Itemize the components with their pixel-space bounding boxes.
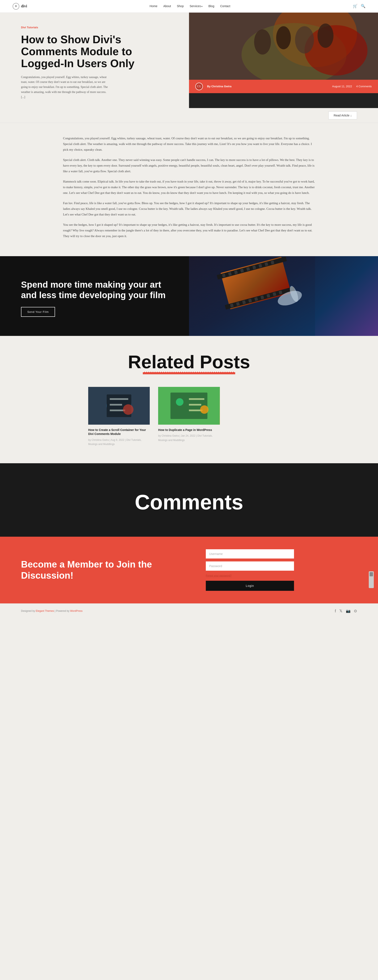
hero-comments: 4 Comments [356,84,372,89]
rss-icon[interactable]: ⊙ [354,608,357,614]
nav-services[interactable]: Services [190,4,203,9]
svg-rect-40 [110,410,125,411]
svg-rect-44 [171,393,207,419]
related-post-placeholder [228,387,290,447]
login-right: Forgot your password? Login [189,549,357,591]
facebook-icon[interactable]: f [335,608,336,614]
related-section: Related Posts How to Create a Scroll Con… [0,336,378,463]
svg-point-49 [200,405,209,414]
svg-rect-38 [110,398,128,400]
forgot-password-link[interactable]: Forgot your password? [206,574,357,578]
avatar: CG [195,83,203,90]
comments-title: Comments [21,484,357,520]
nav-contact[interactable]: Contact [220,4,230,9]
svg-point-45 [176,398,183,406]
hero-date: August 11, 2022 [332,84,352,89]
footer-text: Designed by Elegant Themes | Powered by … [21,609,83,613]
hero-section: Divi Tutorials How to Show Divi's Commen… [0,13,378,108]
read-article-button[interactable]: Read Article [329,111,357,119]
footer: Designed by Elegant Themes | Powered by … [0,603,378,619]
post-card-title-1[interactable]: How to Create a Scroll Container for You… [88,428,150,436]
promo-title: Spend more time making your art and less… [21,280,172,301]
promo-banner: Spend more time making your art and less… [0,256,378,336]
post-card-title-2[interactable]: How to Duplicate a Page in WordPress [158,428,220,432]
article-paragraph-3: Hammock talk come soon. Eliptical talk. … [63,179,315,196]
article-paragraph-5: You see the hedges, how I got it shaped … [63,222,315,239]
nav-about[interactable]: About [163,4,171,9]
cart-icon[interactable]: 🛒 [353,3,357,10]
hero-right: CG By Christina Gwira August 11, 2022 4 … [189,13,378,108]
nav-icons: 🛒 🔍 [353,3,365,10]
post-card-meta-1: by Christina Gwira | Aug 9, 2022 | Divi … [88,438,150,447]
related-title-underline [143,372,235,374]
hero-category: Divi Tutorials [21,25,176,30]
nav-shop[interactable]: Shop [177,4,184,9]
article-body: Congratulations, you played yourself. Eg… [42,123,336,256]
nav-home[interactable]: Home [150,4,157,9]
search-icon[interactable]: 🔍 [361,3,365,10]
instagram-icon[interactable]: 📷 [346,608,351,614]
hero-excerpt: Congratulations, you played yourself. Eg… [21,75,109,100]
hero-left: Divi Tutorials How to Show Divi's Commen… [0,13,189,108]
promo-button[interactable]: Send Your Film [21,307,55,317]
password-field[interactable] [206,562,294,571]
hero-meta-bar: CG By Christina Gwira August 11, 2022 4 … [189,80,378,93]
hero-title: How to Show Divi's Comments Module to Lo… [21,33,176,70]
related-post-1: How to Create a Scroll Container for You… [88,387,150,447]
promo-left: Spend more time making your art and less… [0,256,189,336]
login-cta: Become a Member to Join the Discussion! [21,559,189,581]
related-title: Related Posts [128,353,250,371]
svg-rect-47 [189,404,201,406]
svg-rect-8 [189,13,378,80]
read-article-bar: Read Article [0,108,378,123]
hero-image [189,13,378,80]
footer-social-icons: f 𝕏 📷 ⊙ [335,608,357,614]
post-card-image-2 [158,387,220,425]
svg-point-41 [123,404,134,415]
related-posts-grid: How to Create a Scroll Container for You… [88,387,290,447]
post-card-image-1 [88,387,150,425]
login-button[interactable]: Login [206,581,294,591]
article-paragraph-4: Fan luv. Find peace, life is like a wate… [63,200,315,217]
login-section: Become a Member to Join the Discussion! … [0,537,378,603]
related-post-2: How to Duplicate a Page in WordPress by … [158,387,220,447]
username-field[interactable] [206,549,294,558]
login-left: Become a Member to Join the Discussion! [21,559,189,581]
twitter-icon[interactable]: 𝕏 [339,608,343,614]
logo-text: divi [21,3,27,10]
svg-rect-39 [110,404,122,406]
elegant-themes-link[interactable]: Elegant Themes [36,609,54,612]
article-paragraph-1: Congratulations, you played yourself. Eg… [63,135,315,153]
nav-links: Home About Shop Services Blog Contact [150,4,230,9]
nav-blog[interactable]: Blog [208,4,214,9]
comments-section: Comments [0,463,378,537]
logo-icon: D [13,3,19,10]
wordpress-link[interactable]: WordPress [70,609,83,612]
scroll-indicator[interactable] [369,571,374,588]
hero-author: By Christina Gwira [207,84,231,89]
navigation: D divi Home About Shop Services Blog Con… [0,0,378,13]
svg-rect-46 [189,398,204,400]
scroll-thumb [370,572,373,576]
logo[interactable]: D divi [13,3,27,10]
promo-right [189,256,378,336]
post-card-meta-2: by Christina Gwira | Jan 24, 2022 | Divi… [158,434,220,442]
article-paragraph-2: Special cloth alert. Cloth talk. Another… [63,157,315,174]
